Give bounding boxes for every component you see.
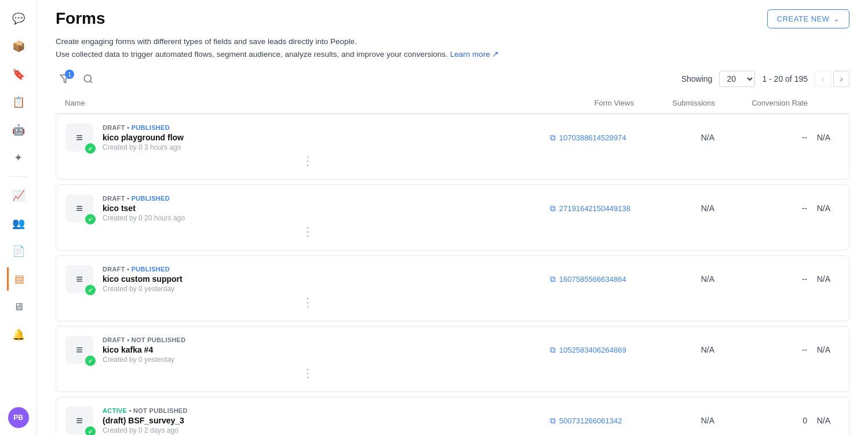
form-views-value: N/A [643, 133, 724, 142]
sidebar-item-inbox[interactable]: 📦 [7, 35, 30, 58]
more-options-button[interactable]: ⋮ [65, 222, 550, 241]
form-name[interactable]: kico custom support [103, 274, 183, 284]
form-info: ≡ ✔ DRAFT • PUBLISHED kico custom suppor… [65, 265, 550, 293]
status-published: PUBLISHED [132, 124, 170, 131]
content-icon: 📄 [12, 245, 25, 258]
form-name[interactable]: (draft) BSF_survey_3 [103, 416, 188, 425]
copy-icon[interactable]: ⧉ [550, 416, 556, 426]
document-icon: ≡ [76, 131, 83, 144]
toolbar: 1 Showing 20 50 100 1 - 20 of 195 ‹ › [56, 70, 849, 88]
showing-select[interactable]: 20 50 100 [719, 71, 755, 87]
form-views-value: N/A [643, 345, 724, 354]
form-id[interactable]: 500731266061342 [559, 416, 622, 425]
whatsapp-icon: ✔ [85, 426, 96, 435]
external-link-icon: ↗ [492, 50, 499, 59]
form-created: Created by 0 yesterday [103, 356, 185, 364]
table-row: ≡ ✔ DRAFT • PUBLISHED kico custom suppor… [56, 255, 849, 321]
form-views-value: N/A [643, 416, 724, 425]
inbox-icon: 📦 [12, 40, 25, 53]
form-id[interactable]: 1070388614528974 [559, 133, 626, 142]
chat-icon: 💬 [12, 12, 25, 25]
description: Create engaging forms with different typ… [56, 35, 849, 60]
form-id-cell: ⧉ 1052583406264869 [550, 345, 643, 355]
copy-icon[interactable]: ⧉ [550, 133, 556, 143]
copy-icon[interactable]: ⧉ [550, 274, 556, 284]
document-icon: ≡ [76, 414, 83, 427]
form-info: ≡ ✔ DRAFT • PUBLISHED kico playground fl… [65, 124, 550, 151]
chevron-down-icon: ⌄ [833, 14, 840, 23]
sidebar-item-content[interactable]: 📄 [7, 240, 30, 263]
form-icon: ≡ ✔ [65, 336, 93, 364]
sidebar-item-notifications[interactable]: 🔔 [7, 323, 30, 346]
automation-icon: 🤖 [12, 124, 25, 136]
form-status: DRAFT • PUBLISHED [103, 195, 185, 202]
avatar[interactable]: PB [8, 407, 29, 428]
learn-more-label: Learn more [450, 50, 490, 59]
sidebar-item-automation[interactable]: 🤖 [7, 118, 30, 142]
campaigns-icon: 📋 [12, 96, 25, 108]
status-published: PUBLISHED [132, 266, 170, 273]
sidebar-item-contacts[interactable]: 🔖 [7, 63, 30, 86]
svg-point-1 [84, 75, 91, 82]
more-options-button[interactable]: ⋮ [65, 293, 550, 311]
copy-icon[interactable]: ⧉ [550, 204, 556, 213]
form-details: DRAFT • PUBLISHED kico playground flow C… [103, 124, 184, 151]
search-button[interactable] [79, 70, 97, 88]
form-views-value: N/A [643, 204, 724, 213]
prev-page-button[interactable]: ‹ [815, 71, 831, 87]
form-id-cell: ⧉ 1607585566634864 [550, 274, 643, 284]
status-draft: DRAFT [103, 195, 125, 202]
next-page-button[interactable]: › [833, 71, 849, 87]
form-name[interactable]: kico kafka #4 [103, 345, 185, 354]
create-new-button[interactable]: CREATE NEW ⌄ [767, 9, 849, 28]
sidebar-item-channels[interactable]: 🖥 [7, 295, 30, 318]
submissions-value: -- [724, 274, 816, 284]
form-created: Created by 0 2 days ago [103, 426, 188, 434]
form-list: ≡ ✔ DRAFT • PUBLISHED kico playground fl… [56, 114, 849, 435]
status-separator: • [127, 195, 132, 202]
status-separator: • [127, 124, 132, 131]
conversion-rate-value: N/A [816, 204, 840, 213]
table-row: ≡ ✔ ACTIVE • NOT PUBLISHED (draft) BSF_s… [56, 397, 849, 435]
sidebar-item-campaigns[interactable]: 📋 [7, 90, 30, 114]
status-draft: DRAFT [103, 266, 125, 273]
status-separator: • [127, 266, 132, 273]
form-id[interactable]: 1607585566634864 [559, 275, 626, 284]
filter-badge: 1 [65, 70, 74, 79]
form-info: ≡ ✔ ACTIVE • NOT PUBLISHED (draft) BSF_s… [65, 407, 550, 434]
form-details: DRAFT • PUBLISHED kico tset Created by 0… [103, 195, 185, 222]
more-options-button[interactable]: ⋮ [65, 151, 550, 170]
form-icon: ≡ ✔ [65, 194, 93, 222]
col-submissions: Submissions [643, 99, 724, 107]
document-icon: ≡ [76, 202, 83, 215]
table-row: ≡ ✔ DRAFT • PUBLISHED kico playground fl… [56, 114, 849, 180]
status-published: NOT PUBLISHED [132, 336, 186, 343]
form-status: DRAFT • NOT PUBLISHED [103, 336, 185, 343]
sidebar-item-forms[interactable]: ▤ [7, 267, 30, 291]
form-name[interactable]: kico tset [103, 204, 185, 213]
learn-more-link[interactable]: Learn more ↗ [450, 50, 499, 59]
table-row: ≡ ✔ DRAFT • NOT PUBLISHED kico kafka #4 … [56, 326, 849, 392]
document-icon: ≡ [76, 273, 83, 286]
form-icon: ≡ ✔ [65, 124, 93, 151]
form-details: DRAFT • NOT PUBLISHED kico kafka #4 Crea… [103, 336, 185, 364]
copy-icon[interactable]: ⧉ [550, 345, 556, 355]
sidebar-item-chat[interactable]: 💬 [7, 7, 30, 30]
sidebar-item-integrations[interactable]: ✦ [7, 146, 30, 169]
nav-arrows: ‹ › [815, 71, 849, 87]
sidebar-item-audience[interactable]: 👥 [7, 212, 30, 235]
sidebar-item-analytics[interactable]: 📈 [7, 184, 30, 207]
filter-button[interactable]: 1 [56, 70, 74, 88]
form-name[interactable]: kico playground flow [103, 133, 184, 142]
status-published: NOT PUBLISHED [133, 407, 188, 414]
document-icon: ≡ [76, 343, 83, 357]
form-details: ACTIVE • NOT PUBLISHED (draft) BSF_surve… [103, 407, 188, 434]
svg-line-2 [90, 81, 92, 83]
form-id[interactable]: 1052583406264869 [559, 346, 626, 354]
form-id[interactable]: 27191642150449138 [559, 204, 630, 213]
more-options-button[interactable]: ⋮ [65, 364, 550, 382]
analytics-icon: 📈 [12, 189, 25, 202]
content-area: Forms CREATE NEW ⌄ Create engaging forms… [37, 0, 868, 435]
form-info: ≡ ✔ DRAFT • NOT PUBLISHED kico kafka #4 … [65, 336, 550, 364]
submissions-value: -- [724, 204, 816, 213]
